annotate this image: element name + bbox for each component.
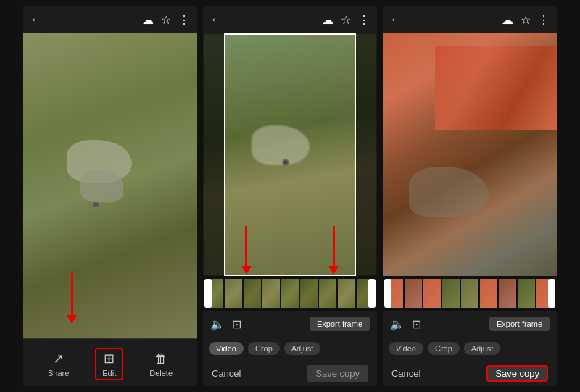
screen2-video-strip xyxy=(203,276,377,311)
cloud-icon[interactable]: ☁ xyxy=(142,13,154,27)
screen1: ← ☁ ☆ ⋮ ↗ xyxy=(23,6,197,386)
delete-icon: 🗑 xyxy=(154,351,167,367)
strip-frame-2 xyxy=(225,279,242,308)
screen3: ← ☁ ☆ ⋮ xyxy=(383,6,557,386)
share-icon: ↗ xyxy=(53,351,64,367)
screen3-frames-icon[interactable]: ⊡ xyxy=(412,317,421,331)
strip-frame-4 xyxy=(262,279,280,308)
s3-frame-7 xyxy=(499,279,516,308)
screen3-export-btn[interactable]: Export frame xyxy=(489,317,550,331)
strip-handle-left[interactable] xyxy=(204,279,212,308)
top-bar-icons: ☁ ☆ ⋮ xyxy=(142,13,190,27)
delete-label: Delete xyxy=(149,369,173,378)
crop-outside-right xyxy=(356,33,377,276)
screen3-bottom-actions: Cancel Save copy xyxy=(383,360,557,386)
screen3-strip-handle-left[interactable] xyxy=(384,279,392,308)
logs-shape xyxy=(435,46,557,130)
screen3-cloud-icon[interactable]: ☁ xyxy=(502,13,513,27)
screen2-cloud-icon[interactable]: ☁ xyxy=(322,13,334,27)
s3-frame-6 xyxy=(480,279,497,308)
screen3-strip-handle-right[interactable] xyxy=(548,279,555,308)
share-label: Share xyxy=(48,369,69,378)
rock-shape xyxy=(67,140,132,183)
screen2-volume-icon[interactable]: 🔈 xyxy=(210,317,225,331)
more-icon[interactable]: ⋮ xyxy=(178,13,190,27)
strip-frame-7 xyxy=(319,279,336,308)
arrow-line xyxy=(71,272,73,315)
arrow-line-right xyxy=(333,226,335,266)
tab-crop[interactable]: Crop xyxy=(248,342,280,355)
bottom-actions: ↗ Share ⊞ Edit 🗑 Delete xyxy=(23,345,197,383)
s3-frame-3 xyxy=(423,279,441,308)
back-icon[interactable]: ← xyxy=(30,13,42,26)
s3-frame-2 xyxy=(405,279,422,308)
screen3-save-btn[interactable]: Save copy xyxy=(486,365,548,382)
screen2-export-btn[interactable]: Export frame xyxy=(310,317,370,331)
crop-outside-left xyxy=(203,33,224,276)
star-icon[interactable]: ☆ xyxy=(161,13,171,27)
dot xyxy=(93,201,99,207)
screen3-strip-inner xyxy=(386,279,554,308)
screen2-back-icon[interactable]: ← xyxy=(210,13,222,26)
screen3-volume-icon[interactable]: 🔈 xyxy=(390,317,405,331)
screen3-rock xyxy=(409,167,489,217)
red-arrow-1 xyxy=(67,272,77,324)
edit-action[interactable]: ⊞ Edit xyxy=(95,348,123,380)
strip-frame-3 xyxy=(244,279,261,308)
red-arrow-left xyxy=(241,226,252,275)
screen3-image xyxy=(383,33,557,276)
share-action[interactable]: ↗ Share xyxy=(48,351,69,378)
screen3-image-area xyxy=(383,33,557,276)
screen3-tab-adjust[interactable]: Adjust xyxy=(464,342,501,355)
screen3-controls-bar: 🔈 ⊡ Export frame xyxy=(383,311,557,337)
tab-adjust[interactable]: Adjust xyxy=(284,342,321,355)
screen1-image-area xyxy=(23,33,197,338)
red-arrow-right xyxy=(328,226,339,275)
screen2: ← ☁ ☆ ⋮ xyxy=(203,6,377,386)
arrow-head xyxy=(67,315,77,324)
edit-label: Edit xyxy=(102,369,116,378)
screen2-star-icon[interactable]: ☆ xyxy=(341,13,351,27)
screen3-back-icon[interactable]: ← xyxy=(390,13,402,26)
strip-inner xyxy=(206,279,374,308)
s3-frame-8 xyxy=(518,279,535,308)
screen1-top-bar: ← ☁ ☆ ⋮ xyxy=(23,6,197,33)
screen3-video-strip xyxy=(383,276,557,311)
screen3-tabs-bar: Video Crop Adjust xyxy=(383,337,557,360)
screen3-cancel-btn[interactable]: Cancel xyxy=(392,368,420,379)
screen2-bottom-actions: Cancel Save copy xyxy=(203,360,377,386)
s3-frame-5 xyxy=(461,279,478,308)
screen3-tab-crop[interactable]: Crop xyxy=(428,342,460,355)
screen2-controls-bar: 🔈 ⊡ Export frame xyxy=(203,311,377,337)
screen3-more-icon[interactable]: ⋮ xyxy=(538,13,550,27)
screen3-star-icon[interactable]: ☆ xyxy=(521,13,531,27)
screen2-tabs-bar: Video Crop Adjust xyxy=(203,337,377,360)
s3-frame-4 xyxy=(442,279,460,308)
screen2-save-btn[interactable]: Save copy xyxy=(307,365,368,382)
screen2-top-icons: ☁ ☆ ⋮ xyxy=(322,13,370,27)
screen2-more-icon[interactable]: ⋮ xyxy=(358,13,370,27)
screen3-top-icons: ☁ ☆ ⋮ xyxy=(502,13,550,27)
screen2-top-bar: ← ☁ ☆ ⋮ xyxy=(203,6,377,33)
arrow-line-left xyxy=(245,226,247,266)
screen2-cancel-btn[interactable]: Cancel xyxy=(212,368,241,379)
screen1-bottom-bar: ↗ Share ⊞ Edit 🗑 Delete xyxy=(23,338,197,386)
screen3-top-bar: ← ☁ ☆ ⋮ xyxy=(383,6,557,33)
arrow-head-right xyxy=(328,266,339,275)
tab-video[interactable]: Video xyxy=(209,342,244,355)
arrow-head-left xyxy=(241,266,252,275)
strip-frame-8 xyxy=(338,279,355,308)
screen1-image xyxy=(23,33,197,338)
strip-frame-6 xyxy=(300,279,318,308)
delete-action[interactable]: 🗑 Delete xyxy=(149,351,173,378)
screen2-image-area xyxy=(203,33,377,276)
screen3-tab-video[interactable]: Video xyxy=(389,342,423,355)
screenshots-container: ← ☁ ☆ ⋮ ↗ xyxy=(0,0,580,392)
screen2-frames-icon[interactable]: ⊡ xyxy=(232,317,241,331)
strip-frame-5 xyxy=(281,279,299,308)
edit-icon: ⊞ xyxy=(104,351,115,367)
strip-handle-right[interactable] xyxy=(368,279,376,308)
